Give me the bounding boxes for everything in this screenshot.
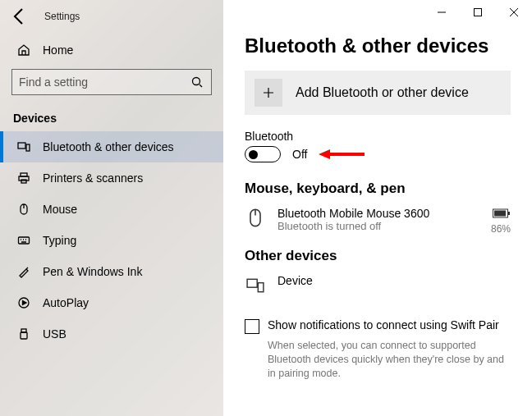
- home-label: Home: [43, 43, 73, 57]
- sidebar: Settings Home Devices Bluetooth & other …: [0, 0, 223, 416]
- bluetooth-label: Bluetooth: [245, 130, 511, 143]
- pen-icon: [16, 264, 31, 279]
- sidebar-item-usb[interactable]: USB: [0, 318, 223, 350]
- device-name: Bluetooth Mobile Mouse 3600: [277, 207, 479, 220]
- battery-percent: 86%: [491, 223, 511, 235]
- svg-rect-7: [19, 237, 30, 244]
- maximize-button[interactable]: [460, 0, 496, 25]
- printer-icon: [16, 171, 31, 185]
- usb-icon: [16, 327, 31, 341]
- device-row-other[interactable]: Device: [245, 271, 511, 304]
- keyboard-icon: [16, 233, 31, 248]
- swift-pair-desc: When selected, you can connect to suppor…: [268, 339, 511, 381]
- svg-rect-2: [26, 144, 30, 151]
- back-button[interactable]: [10, 7, 30, 26]
- svg-rect-10: [21, 332, 27, 339]
- sidebar-item-mouse[interactable]: Mouse: [0, 194, 223, 225]
- swift-pair-checkbox[interactable]: [245, 319, 259, 334]
- nav-label: AutoPlay: [43, 296, 89, 309]
- autoplay-icon: [16, 295, 31, 310]
- svg-rect-1: [18, 143, 25, 149]
- svg-rect-18: [247, 279, 257, 287]
- device-row-mouse[interactable]: Bluetooth Mobile Mouse 3600 Bluetooth is…: [245, 203, 511, 243]
- nav-label: Bluetooth & other devices: [43, 140, 174, 153]
- svg-rect-17: [494, 211, 506, 217]
- nav-label: USB: [43, 327, 66, 341]
- annotation-arrow: [319, 147, 365, 162]
- mouse-icon: [16, 202, 31, 217]
- svg-rect-19: [258, 283, 264, 292]
- plus-icon: [255, 79, 282, 107]
- group-mouse-title: Mouse, keyboard, & pen: [245, 181, 511, 197]
- svg-point-0: [193, 78, 200, 85]
- svg-rect-11: [475, 9, 482, 16]
- add-device-label: Add Bluetooth or other device: [296, 85, 469, 100]
- main-content: Bluetooth & other devices Add Bluetooth …: [223, 0, 532, 416]
- add-device-button[interactable]: Add Bluetooth or other device: [245, 71, 511, 115]
- devices-icon: [16, 139, 31, 154]
- device-status: Bluetooth is turned off: [277, 220, 479, 232]
- other-device-icon: [245, 274, 266, 295]
- minimize-button[interactable]: [424, 0, 460, 25]
- swift-pair-label: Show notifications to connect using Swif…: [268, 318, 499, 331]
- svg-rect-5: [21, 180, 26, 183]
- battery-icon: [491, 207, 511, 222]
- device-name: Device: [277, 274, 511, 287]
- home-icon: [16, 43, 31, 57]
- nav-label: Pen & Windows Ink: [43, 265, 142, 278]
- nav-label: Mouse: [43, 203, 77, 216]
- bluetooth-toggle[interactable]: [245, 146, 281, 162]
- search-box[interactable]: [11, 69, 212, 95]
- app-title: Settings: [44, 11, 80, 22]
- nav-label: Printers & scanners: [43, 171, 143, 185]
- close-button[interactable]: [496, 0, 532, 25]
- page-title: Bluetooth & other devices: [245, 34, 511, 57]
- sidebar-item-typing[interactable]: Typing: [0, 225, 223, 256]
- sidebar-home[interactable]: Home: [0, 36, 223, 64]
- sidebar-item-printers[interactable]: Printers & scanners: [0, 162, 223, 194]
- search-input[interactable]: [19, 75, 190, 89]
- sidebar-item-bluetooth[interactable]: Bluetooth & other devices: [0, 131, 223, 162]
- search-icon: [190, 75, 204, 89]
- bluetooth-state: Off: [292, 148, 307, 161]
- sidebar-item-pen[interactable]: Pen & Windows Ink: [0, 256, 223, 287]
- svg-rect-16: [508, 212, 510, 215]
- nav-label: Typing: [43, 234, 76, 247]
- sidebar-item-autoplay[interactable]: AutoPlay: [0, 287, 223, 318]
- group-other-title: Other devices: [245, 248, 511, 264]
- svg-marker-13: [319, 149, 330, 159]
- mouse-device-icon: [245, 207, 266, 228]
- sidebar-section: Devices: [0, 107, 223, 131]
